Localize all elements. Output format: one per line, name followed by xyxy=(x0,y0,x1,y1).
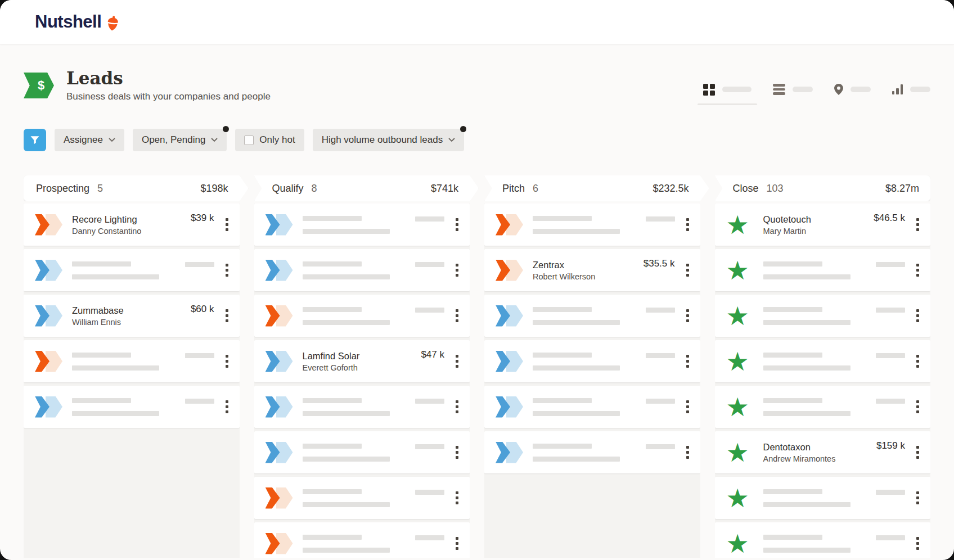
only-hot-filter[interactable]: Only hot xyxy=(235,129,304,151)
lead-card[interactable] xyxy=(484,386,700,428)
card-menu-button[interactable] xyxy=(914,444,921,461)
card-menu-button[interactable] xyxy=(453,535,461,552)
lead-value xyxy=(185,353,223,358)
card-menu-button[interactable] xyxy=(684,398,691,416)
card-menu-button[interactable] xyxy=(453,216,461,233)
lead-card[interactable]: ★ Dentotaxon Andrew Miramontes $159 k xyxy=(715,431,931,473)
column-header: Close 103 $8.27m xyxy=(715,175,931,201)
skeleton-value xyxy=(646,444,675,449)
filter-button[interactable] xyxy=(24,129,46,151)
card-menu-button[interactable] xyxy=(223,261,231,279)
card-menu-button[interactable] xyxy=(914,535,921,552)
card-menu-button[interactable] xyxy=(684,307,691,324)
lead-card[interactable] xyxy=(24,340,240,382)
skeleton-value xyxy=(415,399,444,404)
lead-card[interactable] xyxy=(254,295,470,337)
lead-card[interactable]: ★ xyxy=(715,386,931,428)
card-menu-button[interactable] xyxy=(453,444,461,461)
lead-value xyxy=(876,490,914,495)
lead-card[interactable] xyxy=(254,204,470,246)
filter-row: Assignee Open, Pending Only hot High vol… xyxy=(24,129,930,151)
card-menu-button[interactable] xyxy=(684,261,691,279)
lead-card[interactable] xyxy=(254,249,470,291)
card-menu-button[interactable] xyxy=(453,261,461,279)
skeleton-line xyxy=(533,365,620,371)
toggle-label-placeholder xyxy=(793,87,813,92)
lead-value: $46.5 k xyxy=(874,213,914,224)
company-name: Dentotaxon xyxy=(763,442,836,453)
skeleton-line xyxy=(763,274,850,279)
card-menu-button[interactable] xyxy=(914,307,921,324)
lead-card[interactable] xyxy=(484,295,700,337)
column-total-value: $232.5k xyxy=(652,183,688,195)
card-menu-button[interactable] xyxy=(914,489,921,507)
skeleton-line xyxy=(303,535,362,540)
card-menu-button[interactable] xyxy=(223,216,231,233)
lead-card[interactable] xyxy=(484,204,700,246)
lead-card-body xyxy=(303,535,390,553)
card-menu-button[interactable] xyxy=(453,398,461,416)
report-view-toggle[interactable] xyxy=(892,84,931,94)
skeleton-value xyxy=(415,490,444,495)
lead-card[interactable] xyxy=(24,249,240,291)
lead-value: $47 k xyxy=(421,349,453,360)
lead-card[interactable] xyxy=(24,386,240,428)
lead-card[interactable]: ★ xyxy=(715,249,931,291)
map-view-toggle[interactable] xyxy=(834,84,871,95)
lead-card[interactable] xyxy=(254,522,470,558)
card-menu-button[interactable] xyxy=(684,216,691,233)
lead-card[interactable]: Recore Lighting Danny Constantino $39 k xyxy=(24,204,240,246)
assignee-filter[interactable]: Assignee xyxy=(55,129,124,151)
lead-value xyxy=(876,308,914,313)
blue-chevrons-icon xyxy=(35,305,63,327)
lead-card-body xyxy=(763,489,850,507)
skeleton-value xyxy=(415,444,444,449)
green-star-icon: ★ xyxy=(726,442,754,463)
card-menu-button[interactable] xyxy=(914,398,921,416)
lead-card[interactable] xyxy=(254,386,470,428)
lead-card[interactable] xyxy=(484,340,700,382)
card-menu-button[interactable] xyxy=(223,353,231,370)
card-menu-button[interactable] xyxy=(453,353,461,370)
skeleton-line xyxy=(303,457,390,462)
card-menu-button[interactable] xyxy=(223,307,231,324)
lead-value xyxy=(876,399,914,404)
lead-card[interactable]: ★ xyxy=(715,477,931,519)
lead-card[interactable] xyxy=(484,431,700,473)
lead-card[interactable]: Zentrax Robert Wilkerson $35.5 k xyxy=(484,249,700,291)
lead-card[interactable]: ★ xyxy=(715,295,931,337)
saved-filter-label: High volume outbound leads xyxy=(322,134,443,146)
view-switcher xyxy=(703,84,931,96)
lead-card[interactable]: ★ xyxy=(715,340,931,382)
card-menu-button[interactable] xyxy=(453,307,461,324)
lead-value xyxy=(185,399,223,404)
board-view-toggle[interactable] xyxy=(703,84,752,96)
list-view-toggle[interactable] xyxy=(773,84,813,95)
card-menu-button[interactable] xyxy=(914,216,921,233)
orange-chevrons-icon xyxy=(496,260,524,281)
nutshell-logo[interactable]: Nutshell xyxy=(35,12,119,32)
lead-card[interactable]: Zummabase William Ennis $60 k xyxy=(24,295,240,337)
skeleton-line xyxy=(72,411,159,416)
card-menu-button[interactable] xyxy=(914,261,921,279)
skeleton-value xyxy=(415,535,444,540)
lead-card[interactable] xyxy=(254,431,470,473)
only-hot-checkbox[interactable] xyxy=(244,136,254,145)
lead-card[interactable]: ★ Quotetouch Mary Martin $46.5 k xyxy=(715,204,931,246)
card-menu-button[interactable] xyxy=(684,444,691,461)
lead-card[interactable]: Lamfind Solar Everett Goforth $47 k xyxy=(254,340,470,382)
card-menu-button[interactable] xyxy=(223,398,231,416)
lead-card[interactable]: ★ xyxy=(715,522,931,558)
lead-card-body xyxy=(303,261,390,279)
lead-value xyxy=(646,216,684,222)
lead-card[interactable] xyxy=(254,477,470,519)
card-menu-button[interactable] xyxy=(453,489,461,507)
skeleton-line xyxy=(763,535,822,540)
top-bar: Nutshell xyxy=(0,0,954,44)
lead-value xyxy=(646,444,684,449)
saved-filter[interactable]: High volume outbound leads xyxy=(313,129,464,151)
status-filter[interactable]: Open, Pending xyxy=(133,129,227,151)
card-menu-button[interactable] xyxy=(684,353,691,370)
lead-value xyxy=(646,308,684,313)
card-menu-button[interactable] xyxy=(914,353,921,370)
